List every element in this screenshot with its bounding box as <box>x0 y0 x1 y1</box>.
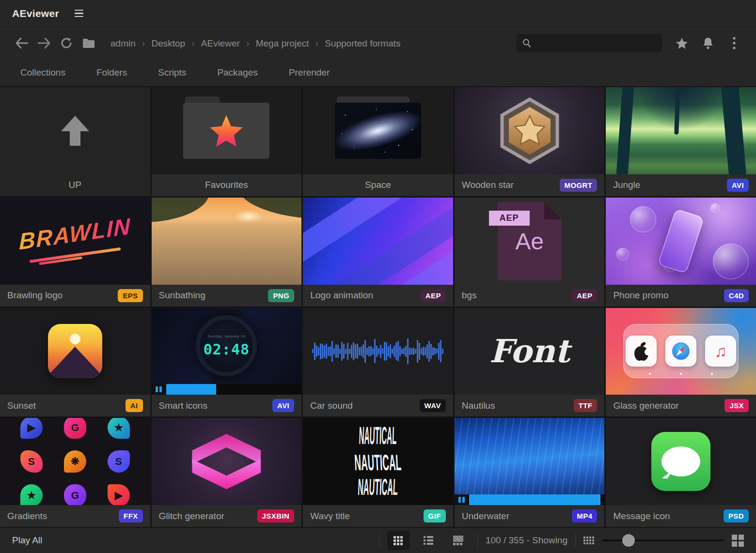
underwater-thumbnail <box>455 418 605 505</box>
notifications-button[interactable] <box>697 32 719 54</box>
mosaic-view-button[interactable] <box>447 531 470 550</box>
format-badge: AEP <box>421 289 446 302</box>
status-bar-right: 100 / 355 - Showing <box>379 531 744 550</box>
tile-sunset[interactable]: Sunset AI <box>0 308 150 417</box>
tile-label: Space <box>365 180 391 190</box>
tile-favourites[interactable]: Favourites <box>152 87 302 196</box>
tile-logo-animation[interactable]: Logo animation AEP <box>303 198 453 307</box>
play-all-button[interactable]: Play All <box>12 535 42 546</box>
sunbathing-thumbnail <box>152 198 302 285</box>
tile-label: UP <box>69 180 81 190</box>
zoom-in-grid-icon <box>732 535 744 547</box>
wooden-star-thumbnail <box>455 87 605 174</box>
tile-brawling-logo[interactable]: BRAWLIN Brawling logo EPS <box>0 198 150 307</box>
tile-jungle[interactable]: Jungle AVI <box>606 87 756 196</box>
tab-scripts[interactable]: Scripts <box>158 67 186 78</box>
tile-phone-promo[interactable]: Phone promo C4D <box>606 198 756 307</box>
tile-label: Car sound <box>310 400 353 411</box>
tile-glitch-generator[interactable]: Glitch generator JSXBIN <box>152 418 302 527</box>
tile-label: Glass generator <box>613 400 678 411</box>
beach-art <box>152 198 211 224</box>
tile-nautilus[interactable]: Font Nautilus TTF <box>455 308 605 417</box>
items-count: 100 / 355 - Showing <box>486 535 567 546</box>
forward-button[interactable] <box>33 32 55 54</box>
tile-label: bgs <box>462 290 477 301</box>
tab-collections[interactable]: Collections <box>20 67 65 78</box>
nav-bar: admin Desktop AEviewer Mega project Supp… <box>0 27 756 59</box>
favourites-button[interactable] <box>671 32 693 54</box>
tile-sunbathing[interactable]: Sunbathing PNG <box>152 198 302 307</box>
tile-label: Brawling logo <box>7 290 63 301</box>
watch-time: 02:48 <box>204 341 250 358</box>
tile-glass-generator[interactable]: ♫ Glass generator JSX <box>606 308 756 417</box>
tile-label: Underwater <box>462 511 509 522</box>
back-button[interactable] <box>11 32 33 54</box>
slider-handle[interactable] <box>622 534 635 547</box>
breadcrumb-segment[interactable]: AEviewer <box>201 38 256 49</box>
message-app-icon <box>651 432 710 491</box>
tile-label: Sunbathing <box>159 290 205 301</box>
breadcrumb-segment[interactable]: Mega project <box>256 38 325 49</box>
search-input[interactable] <box>536 38 657 48</box>
refresh-button[interactable] <box>55 32 78 54</box>
breadcrumb-segment[interactable]: Supported formats <box>325 38 400 49</box>
refresh-icon <box>60 37 73 49</box>
more-options-button[interactable] <box>723 32 745 54</box>
breadcrumb-segment[interactable]: Desktop <box>151 38 201 49</box>
breadcrumb-segment[interactable]: admin <box>110 38 151 49</box>
tile-car-sound[interactable]: Car sound WAV <box>303 308 453 417</box>
format-badge: C4D <box>724 289 749 302</box>
list-view-button[interactable] <box>417 531 440 550</box>
tile-space[interactable]: Space <box>303 87 453 196</box>
arrow-left-icon <box>16 38 28 48</box>
search-box[interactable] <box>517 34 662 52</box>
glass-generator-thumbnail: ♫ <box>606 308 756 395</box>
tile-underwater[interactable]: Underwater MP4 <box>455 418 605 527</box>
pause-button[interactable] <box>455 494 469 505</box>
pause-button[interactable] <box>152 384 166 395</box>
tab-packages[interactable]: Packages <box>217 67 257 78</box>
tile-label: Favourites <box>205 180 248 190</box>
tile-message-icon[interactable]: Message icon PSD <box>606 418 756 527</box>
jungle-thumbnail <box>606 87 756 174</box>
tab-folders[interactable]: Folders <box>96 67 127 78</box>
search-icon <box>522 38 532 48</box>
divider <box>477 533 478 548</box>
bell-icon <box>702 37 714 49</box>
tile-label: Logo animation <box>310 290 373 301</box>
thumbnail-size-slider[interactable] <box>602 539 724 541</box>
chat-bubble-icon <box>662 446 700 476</box>
breadcrumb: admin Desktop AEviewer Mega project Supp… <box>110 38 401 49</box>
apple-icon <box>626 336 657 367</box>
brawling-thumbnail: BRAWLIN <box>0 198 150 285</box>
font-art-text: Font <box>489 332 570 370</box>
sunset-thumbnail <box>0 308 150 395</box>
glitch-chevron-art <box>192 434 261 464</box>
star-icon <box>676 37 688 49</box>
grid-view-button[interactable] <box>387 531 410 550</box>
after-effects-file-icon: Ae AEP <box>498 202 562 280</box>
folder-icon <box>82 38 95 48</box>
aep-ribbon: AEP <box>489 211 530 226</box>
jungle-art <box>616 87 634 174</box>
tile-gradients[interactable]: ▶ G ★ S ❋ S ★ G ▶ Gradients FFX <box>0 418 150 527</box>
up-thumbnail <box>0 87 150 174</box>
tile-bgs[interactable]: Ae AEP bgs AEP <box>455 198 605 307</box>
space-thumbnail <box>303 87 453 174</box>
folder-button[interactable] <box>78 32 100 54</box>
tile-label: Sunset <box>7 400 36 411</box>
tile-smart-icons[interactable]: Sunday, January 24 02:48 Smart icons AVI <box>152 308 302 417</box>
tile-wooden-star[interactable]: Wooden star MOGRT <box>455 87 605 196</box>
nautilus-thumbnail: Font <box>455 308 605 395</box>
divider <box>379 533 379 548</box>
water-art <box>455 418 605 505</box>
tile-wavy-title[interactable]: NAUTICAL NAUTICAL NAUTICAL Wavy title GI… <box>303 418 453 527</box>
tile-up[interactable]: UP <box>0 87 150 196</box>
watch-date: Sunday, January 24 <box>208 334 246 338</box>
tab-prerender[interactable]: Prerender <box>289 67 330 78</box>
format-badge: EPS <box>118 289 142 302</box>
app-title: AEviewer <box>12 8 59 19</box>
hamburger-menu-icon[interactable] <box>75 10 83 17</box>
format-badge: JSXBIN <box>257 509 295 522</box>
dock-dots <box>623 373 739 375</box>
